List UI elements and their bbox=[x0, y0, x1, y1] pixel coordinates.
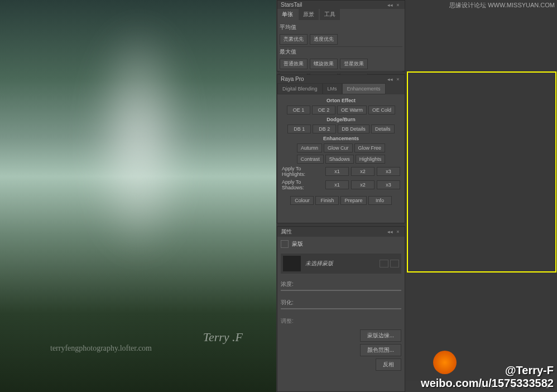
rp-section-enh: Enhancements bbox=[280, 135, 402, 142]
starstail-panel: StarsTail ◂◂ × 单张 原景 工具 平均值 亮素优先 透度优先 最大… bbox=[277, 0, 405, 71]
rayapro-title: Raya Pro bbox=[281, 76, 304, 82]
panel-collapse-icon[interactable]: ◂◂ bbox=[387, 77, 393, 82]
st-max-label: 最大值 bbox=[280, 47, 402, 57]
rp-details[interactable]: Details bbox=[371, 125, 395, 133]
starstail-title: StarsTail bbox=[281, 2, 302, 8]
mask-icon[interactable] bbox=[281, 240, 289, 248]
rp-sh-x3[interactable]: x3 bbox=[377, 180, 400, 189]
rp-info[interactable]: Info bbox=[368, 196, 392, 205]
rp-oe1[interactable]: OE 1 bbox=[287, 106, 310, 114]
rp-apply-sh-label: Apply To Shadows: bbox=[282, 179, 323, 190]
rp-highlights[interactable]: Highlights bbox=[356, 155, 386, 164]
rayapro-panel: Raya Pro ◂◂ × Digital Blending LMs Enhan… bbox=[277, 74, 405, 223]
rp-finish[interactable]: Finish bbox=[315, 196, 339, 205]
brand-header: 思缘设计论坛 WWW.MISSYUAN.COM bbox=[449, 1, 555, 9]
starstail-tab-0[interactable]: 单张 bbox=[277, 9, 297, 20]
rp-hl-x2[interactable]: x2 bbox=[351, 167, 374, 176]
rp-colour[interactable]: Colour bbox=[290, 196, 314, 205]
color-range-button[interactable]: 颜色范围... bbox=[360, 344, 401, 356]
adjust-label: 调整: bbox=[281, 317, 401, 325]
panel-close-icon[interactable]: × bbox=[395, 229, 401, 235]
watermark-url: terryfengphotography.lofter.com bbox=[50, 344, 152, 353]
feather-slider[interactable] bbox=[281, 308, 401, 309]
rp-apply-hl-label: Apply To Highlights: bbox=[282, 166, 323, 177]
rp-contrast[interactable]: Contrast bbox=[297, 155, 324, 164]
rp-hl-x3[interactable]: x3 bbox=[377, 167, 400, 176]
rp-oe2[interactable]: OE 2 bbox=[312, 106, 335, 114]
props-title: 属性 bbox=[281, 228, 292, 236]
pixel-mask-icon[interactable] bbox=[380, 260, 388, 267]
rp-dbdetails[interactable]: DB Details bbox=[338, 125, 369, 133]
st-btn[interactable]: 亮素优先 bbox=[280, 34, 308, 45]
st-btn[interactable]: 透度优先 bbox=[310, 34, 338, 45]
starstail-tab-1[interactable]: 原景 bbox=[299, 9, 319, 20]
rp-autumn[interactable]: Autumn bbox=[297, 144, 322, 152]
starstail-tab-2[interactable]: 工具 bbox=[320, 9, 340, 20]
rp-sh-x1[interactable]: x1 bbox=[325, 180, 349, 189]
rp-db2[interactable]: DB 2 bbox=[313, 125, 336, 133]
properties-panel: 属性 ◂◂ × 蒙版 未选择蒙版 浓度: 羽化: 调整: 蒙版边缘... bbox=[277, 226, 405, 392]
invert-button[interactable]: 反相 bbox=[376, 358, 401, 371]
rp-section-dodge: Dodge/Burn bbox=[280, 116, 402, 123]
rp-tab-enhancements[interactable]: Enhancements bbox=[342, 83, 386, 94]
rp-prepare[interactable]: Prepare bbox=[340, 196, 366, 205]
rp-glowcur[interactable]: Glow Cur bbox=[324, 144, 353, 152]
density-label: 浓度: bbox=[281, 280, 401, 288]
mask-thumbnail[interactable] bbox=[283, 256, 301, 271]
rp-db1[interactable]: DB 1 bbox=[287, 125, 311, 133]
rp-tab-lms[interactable]: LMs bbox=[323, 83, 342, 94]
mask-state: 未选择蒙版 bbox=[305, 260, 375, 267]
rp-shadows[interactable]: Shadows bbox=[325, 155, 354, 164]
panel-collapse-icon[interactable]: ◂◂ bbox=[387, 2, 393, 8]
rp-hl-x1[interactable]: x1 bbox=[325, 167, 349, 176]
canvas-preview[interactable]: Terry .F terryfengphotography.lofter.com bbox=[0, 0, 276, 392]
panel-collapse-icon[interactable]: ◂◂ bbox=[387, 229, 393, 235]
mask-edge-button[interactable]: 蒙版边缘... bbox=[360, 329, 401, 342]
st-btn[interactable]: 螺旋效果 bbox=[310, 59, 338, 69]
panel-close-icon[interactable]: × bbox=[395, 2, 401, 8]
rp-section-orton: Orton Effect bbox=[280, 97, 402, 104]
rp-oecold[interactable]: OE Cold bbox=[368, 106, 395, 114]
st-btn[interactable]: 普通效果 bbox=[280, 59, 308, 69]
st-avg-label: 平均值 bbox=[280, 22, 402, 32]
panel-close-icon[interactable]: × bbox=[395, 77, 401, 82]
weibo-watermark: @Terry-F weibo.com/u/1575333582 bbox=[421, 364, 554, 390]
rp-oewarm[interactable]: OE Warm bbox=[337, 106, 367, 114]
st-btn[interactable]: 登星效果 bbox=[340, 59, 368, 69]
density-slider[interactable] bbox=[281, 290, 401, 291]
feather-label: 羽化: bbox=[281, 299, 401, 307]
mask-label: 蒙版 bbox=[292, 240, 303, 248]
rp-glowfree[interactable]: Glow Free bbox=[354, 144, 386, 152]
highlight-annotation bbox=[407, 71, 556, 273]
rp-sh-x2[interactable]: x2 bbox=[351, 180, 374, 189]
vector-mask-icon[interactable] bbox=[390, 260, 399, 267]
rp-tab-blending[interactable]: Digital Blending bbox=[277, 83, 323, 94]
watermark-author: Terry .F bbox=[203, 330, 243, 345]
